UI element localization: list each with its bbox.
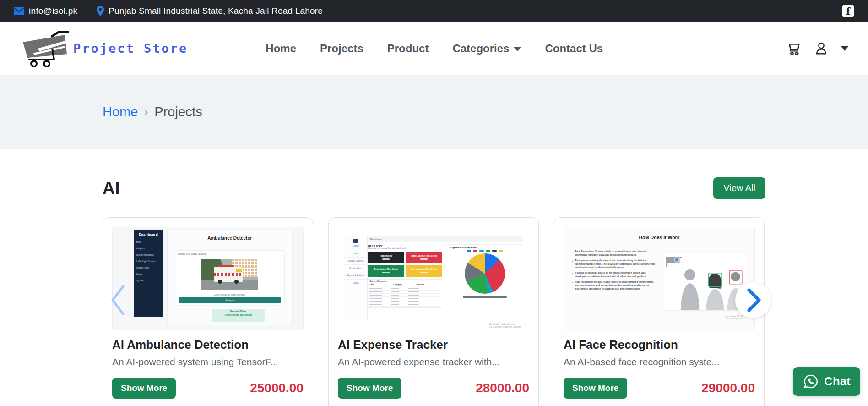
topbar-location: Punjab Small Industrial State, Kacha Jai…	[108, 6, 323, 16]
chat-label: Chat	[824, 374, 851, 389]
carousel-prev-button[interactable]	[109, 284, 126, 318]
breadcrumb: Home › Projects	[103, 104, 765, 120]
thumb-dashboard-main: Ambulance Detector Choose File image (1)…	[167, 230, 293, 325]
cart-icon[interactable]	[786, 41, 802, 56]
view-all-button[interactable]: View All	[713, 177, 765, 199]
check-icon: ✓	[572, 259, 574, 269]
topbar-email[interactable]: info@isol.pk	[29, 6, 77, 16]
project-price: 29000.00	[701, 381, 755, 395]
nav-projects[interactable]: Projects	[320, 42, 363, 55]
project-description: An AI-powered expense tracker with...	[338, 357, 529, 368]
project-thumbnail[interactable]: User Home Manage Expense Budget Setup Re…	[338, 227, 529, 330]
main-nav: Home Projects Product Categories Contact…	[266, 42, 603, 55]
project-title: AI Face Recognition	[564, 338, 755, 352]
project-carousel: Dashboard Home Analytics Detect Ambulanc…	[103, 217, 765, 406]
project-title: AI Ambulance Detection	[112, 338, 304, 352]
face-recognition-illustration	[663, 253, 747, 310]
topbar: info@isol.pk Punjab Small Industrial Sta…	[0, 0, 868, 22]
project-description: An AI-powered system using TensorF...	[112, 357, 304, 368]
breadcrumb-home-link[interactable]: Home	[103, 104, 138, 120]
email-icon	[14, 7, 24, 15]
check-icon: ✓	[572, 280, 574, 291]
show-more-button[interactable]: Show More	[338, 378, 401, 399]
chevron-down-icon	[514, 47, 521, 51]
project-card-face-recognition: How Does It Work ✓Face Recognition Syste…	[554, 217, 765, 406]
location-pin-icon	[97, 6, 104, 16]
nav-home[interactable]: Home	[266, 42, 296, 55]
check-icon: ✓	[572, 250, 574, 257]
whatsapp-icon	[803, 373, 819, 390]
ambulance-photo	[201, 259, 258, 290]
nav-contact-us[interactable]: Contact Us	[545, 42, 603, 55]
show-more-button[interactable]: Show More	[564, 378, 627, 399]
project-title: AI Expense Tracker	[338, 338, 529, 352]
brand-name: Project Store	[73, 41, 188, 55]
project-price: 25000.00	[250, 381, 304, 395]
breadcrumb-separator: ›	[144, 105, 148, 118]
facebook-icon[interactable]: f	[842, 5, 854, 17]
section-title-ai: AI	[103, 179, 120, 198]
thumb-user-sidebar: User Home Manage Expense Budget Setup Re…	[344, 236, 368, 321]
check-icon: ✓	[572, 271, 574, 279]
pie-chart	[465, 253, 505, 294]
avatar	[353, 239, 358, 243]
project-card-ambulance-detection: Dashboard Home Analytics Detect Ambulanc…	[103, 217, 313, 406]
project-description: An AI-based face recognition syste...	[564, 357, 755, 368]
nav-product[interactable]: Product	[387, 42, 429, 55]
thumb-analyze-button: Analyze	[179, 297, 281, 303]
project-card-expense-tracker: User Home Manage Expense Budget Setup Re…	[328, 217, 539, 406]
account-dropdown-icon[interactable]	[841, 46, 849, 51]
site-header: Project Store Home Projects Product Cate…	[0, 22, 868, 75]
project-price: 28000.00	[476, 381, 529, 395]
project-thumbnail[interactable]: How Does It Work ✓Face Recognition Syste…	[564, 227, 755, 330]
cart-logo-icon	[19, 30, 71, 67]
user-icon[interactable]	[814, 41, 829, 56]
project-thumbnail[interactable]: Dashboard Home Analytics Detect Ambulanc…	[112, 227, 304, 330]
thumb-stat-boxes: Total Income Total Expense This Month To…	[368, 252, 442, 277]
thumb-expense-chart: Expense Breakdown	[447, 244, 523, 311]
breadcrumb-band: Home › Projects	[0, 75, 868, 149]
nav-categories[interactable]: Categories	[452, 42, 521, 55]
show-more-button[interactable]: Show More	[112, 378, 176, 399]
whatsapp-chat-button[interactable]: Chat	[793, 367, 860, 396]
thumb-dashboard-sidebar: Dashboard Home Analytics Detect Ambulanc…	[134, 230, 163, 317]
thumb-expense-table: Recent Expenses Date Category Amount	[368, 279, 442, 308]
logo[interactable]: Project Store	[19, 30, 188, 67]
breadcrumb-current: Projects	[154, 104, 202, 120]
carousel-next-button[interactable]	[735, 282, 771, 318]
